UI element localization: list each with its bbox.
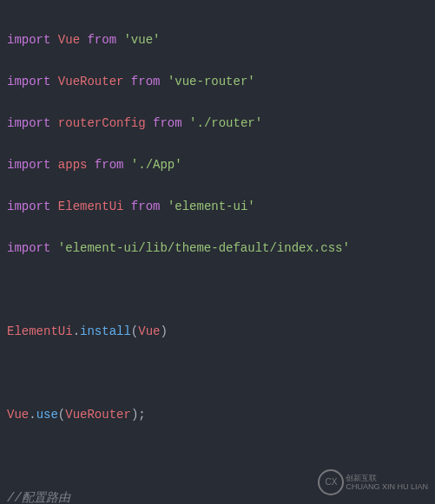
code-line: import ElementUi from 'element-ui' [7,196,428,217]
blank-line [7,363,428,383]
code-editor[interactable]: import Vue from 'vue' import VueRouter f… [0,0,435,504]
blank-line [7,279,428,300]
code-line: import routerConfig from './router' [7,113,428,134]
watermark-text: 创新互联 CHUANG XIN HU LIAN [346,474,428,491]
code-line: import Vue from 'vue' [7,29,428,50]
blank-line [7,446,428,467]
code-line: import VueRouter from 'vue-router' [7,71,428,92]
code-line: Vue.use(VueRouter); [7,404,428,425]
watermark: CX 创新互联 CHUANG XIN HU LIAN [318,469,428,495]
code-line: import 'element-ui/lib/theme-default/ind… [7,238,428,259]
code-line: ElementUi.install(Vue) [7,321,428,342]
code-line: import apps from './App' [7,154,428,175]
logo-icon: CX [318,469,344,495]
